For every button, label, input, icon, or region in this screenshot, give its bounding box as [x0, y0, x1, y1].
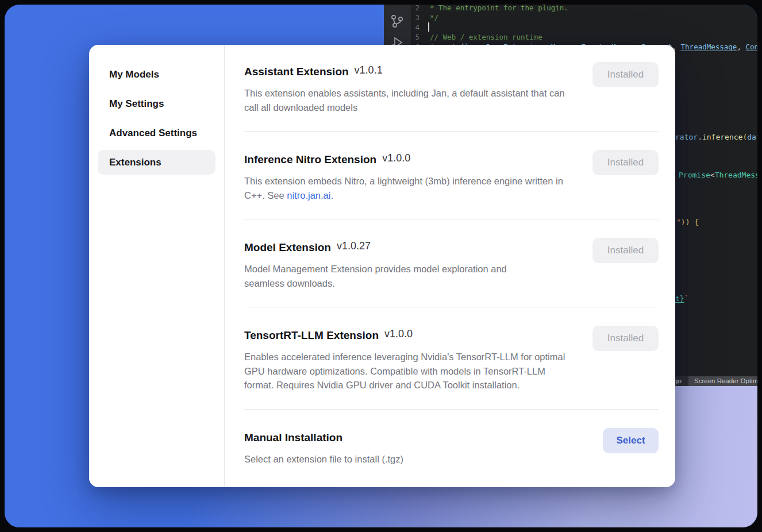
extension-description: This extension enables assistants, inclu…: [244, 86, 575, 114]
extension-row: Inference Nitro Extension v1.0.0 Install…: [244, 132, 659, 219]
extension-row: Assistant Extension v1.0.1 Installed Thi…: [244, 64, 659, 132]
extension-name: TensortRT-LLM Extension: [244, 328, 379, 343]
sidebar-item-extensions[interactable]: Extensions: [98, 150, 215, 175]
extension-description: Select an extension file to install (.tg…: [244, 452, 646, 467]
sidebar-item-advanced-settings[interactable]: Advanced Settings: [98, 121, 215, 145]
sidebar-item-label: My Models: [109, 69, 159, 80]
extension-link[interactable]: nitro.jan.ai.: [287, 190, 333, 201]
screen-reader-optimized-status[interactable]: Screen Reader Optimized: [688, 376, 757, 386]
code-line: * The entrypoint for the plugin.: [430, 5, 568, 13]
extension-version: v1.0.0: [384, 328, 413, 340]
extension-action-button[interactable]: Select: [603, 428, 659, 453]
code-fragment: ")) {: [676, 217, 699, 227]
extensions-panel: Assistant Extension v1.0.1 Installed Thi…: [225, 45, 675, 487]
extension-version: v1.0.0: [382, 152, 410, 164]
extension-header: Assistant Extension v1.0.1 Installed: [244, 64, 659, 79]
extension-action-button[interactable]: Installed: [592, 150, 659, 175]
code-fragment: rator.inference(data));: [675, 132, 757, 142]
line-number: 2: [384, 5, 420, 13]
extension-header: Inference Nitro Extension v1.0.0 Install…: [244, 152, 659, 167]
extension-name: Manual Installation: [244, 430, 342, 445]
extension-description: Enables accelerated inference leveraging…: [244, 350, 572, 392]
extension-version: v1.0.27: [337, 240, 371, 252]
extension-name: Model Extension: [244, 240, 331, 255]
settings-modal: My Models My Settings Advanced Settings …: [89, 45, 675, 487]
line-number: 3: [384, 13, 420, 22]
code-fragment: Promise<ThreadMessage>: [679, 170, 757, 180]
line-number: 4: [384, 22, 420, 32]
sidebar-item-my-settings[interactable]: My Settings: [98, 91, 215, 116]
settings-sidebar: My Models My Settings Advanced Settings …: [89, 45, 225, 487]
extension-header: Manual Installation Select: [244, 430, 659, 445]
extension-version: v1.0.1: [355, 64, 383, 76]
code-fragment: t}`: [675, 294, 688, 303]
sidebar-item-label: Advanced Settings: [109, 128, 197, 138]
extension-action-button[interactable]: Installed: [592, 238, 659, 263]
extension-row: Manual Installation Select Select an ext…: [244, 410, 659, 467]
extension-action-button[interactable]: Installed: [592, 62, 659, 87]
extension-row: TensortRT-LLM Extension v1.0.0 Installed…: [244, 307, 659, 410]
sidebar-item-label: Extensions: [109, 157, 161, 168]
extension-description: Model Management Extension provides mode…: [244, 262, 520, 290]
code-line: */: [430, 13, 438, 22]
extension-row: Model Extension v1.0.27 Installed Model …: [244, 219, 659, 307]
sidebar-item-label: My Settings: [109, 98, 164, 109]
app-screen: 23456 * The entrypoint for the plugin.*/…: [5, 5, 757, 527]
extension-name: Inference Nitro Extension: [244, 152, 376, 167]
line-number: 5: [384, 32, 420, 42]
extension-header: Model Extension v1.0.27 Installed: [244, 240, 659, 255]
text-cursor: [428, 22, 429, 32]
sidebar-item-my-models[interactable]: My Models: [98, 62, 215, 87]
extension-header: TensortRT-LLM Extension v1.0.0 Installed: [244, 328, 659, 343]
extension-action-button[interactable]: Installed: [592, 326, 659, 351]
code-line: // Web / extension runtime: [430, 32, 542, 42]
extension-description: This extension embeds Nitro, a lightweig…: [244, 174, 566, 202]
extension-name: Assistant Extension: [244, 64, 349, 79]
